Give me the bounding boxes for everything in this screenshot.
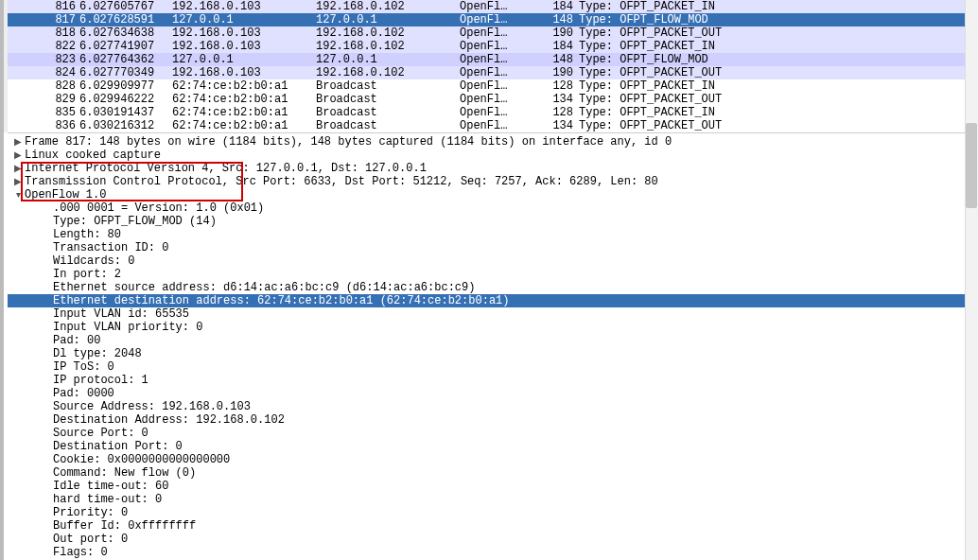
spacer	[40, 400, 53, 413]
packet-list[interactable]: 8166.027605767192.168.0.103192.168.0.102…	[8, 0, 978, 133]
openflow-field-text: Dl type: 2048	[53, 347, 142, 360]
openflow-field-text: Out port: 0	[53, 533, 128, 546]
openflow-field[interactable]: Input VLAN priority: 0	[8, 321, 978, 334]
spacer	[40, 493, 53, 506]
packet-time: 6.027770349	[79, 66, 172, 79]
packet-length: 134	[539, 93, 579, 106]
spacer	[40, 453, 53, 466]
openflow-field[interactable]: Ethernet destination address: 62:74:ce:b…	[8, 294, 978, 307]
openflow-field[interactable]: Flags: 0	[8, 546, 978, 559]
packet-time: 6.027634638	[79, 26, 172, 40]
openflow-field[interactable]: Destination Address: 192.168.0.102	[8, 413, 978, 427]
spacer	[40, 307, 53, 321]
openflow-field[interactable]: Wildcards: 0	[8, 254, 978, 268]
expand-icon[interactable]: ▶	[11, 135, 25, 149]
openflow-field[interactable]: Dl type: 2048	[8, 347, 978, 360]
expand-icon[interactable]: ▶	[11, 149, 25, 162]
packet-row[interactable]: 8186.027634638192.168.0.103192.168.0.102…	[8, 26, 978, 40]
openflow-field-text: Length: 80	[53, 228, 121, 241]
spacer	[40, 374, 53, 387]
openflow-field[interactable]: Buffer Id: 0xffffffff	[8, 519, 978, 533]
tree-frame[interactable]: ▶Frame 817: 148 bytes on wire (1184 bits…	[8, 135, 978, 149]
openflow-field-text: Ethernet source address: d6:14:ac:a6:bc:…	[53, 281, 475, 294]
openflow-field-text: IP protocol: 1	[53, 374, 148, 387]
expand-icon[interactable]: ▶	[11, 175, 25, 188]
openflow-field[interactable]: Pad: 00	[8, 334, 978, 347]
packet-mark	[8, 106, 28, 119]
openflow-field[interactable]: Command: New flow (0)	[8, 466, 978, 480]
openflow-field[interactable]: Type: OFPT_FLOW_MOD (14)	[8, 215, 978, 228]
packet-time: 6.030191437	[79, 106, 172, 119]
tree-linux-cooked[interactable]: ▶Linux cooked capture	[8, 149, 978, 162]
packet-row[interactable]: 8226.027741907192.168.0.103192.168.0.102…	[8, 40, 978, 53]
openflow-field-text: Idle time-out: 60	[53, 480, 168, 493]
spacer	[40, 321, 53, 334]
spacer	[40, 427, 53, 440]
expand-icon[interactable]: ▶	[11, 162, 25, 175]
openflow-field[interactable]: Transaction ID: 0	[8, 241, 978, 254]
openflow-field[interactable]: Source Port: 0	[8, 427, 978, 440]
openflow-field[interactable]: In port: 2	[8, 268, 978, 281]
openflow-field[interactable]: Out port: 0	[8, 533, 978, 546]
openflow-field-text: Source Port: 0	[53, 427, 148, 440]
packet-info: Type: OFPT_FLOW_MOD	[579, 53, 978, 66]
packet-row[interactable]: 8236.027764362127.0.0.1127.0.0.1OpenFl…1…	[8, 53, 978, 66]
packet-info: Type: OFPT_FLOW_MOD	[579, 13, 978, 26]
openflow-field-text: Flags: 0	[53, 546, 108, 559]
tree-tcp-label: Transmission Control Protocol, Src Port:…	[25, 175, 658, 188]
packet-time: 6.029946222	[79, 93, 172, 106]
packet-info: Type: OFPT_PACKET_OUT	[579, 93, 978, 106]
packet-src: 62:74:ce:b2:b0:a1	[172, 106, 316, 119]
packet-protocol: OpenFl…	[460, 40, 539, 53]
packet-info: Type: OFPT_PACKET_OUT	[579, 119, 978, 132]
packet-row[interactable]: 8356.03019143762:74:ce:b2:b0:a1Broadcast…	[8, 106, 978, 119]
packet-protocol: OpenFl…	[460, 106, 539, 119]
openflow-field[interactable]: Destination Port: 0	[8, 440, 978, 453]
openflow-field[interactable]: hard time-out: 0	[8, 493, 978, 506]
packet-dst: Broadcast	[316, 93, 460, 106]
packet-no: 816	[28, 0, 79, 13]
packet-dst: 192.168.0.102	[316, 66, 460, 79]
openflow-field[interactable]: Idle time-out: 60	[8, 480, 978, 493]
packet-protocol: OpenFl…	[460, 79, 539, 93]
packet-row[interactable]: 8166.027605767192.168.0.103192.168.0.102…	[8, 0, 978, 13]
openflow-field[interactable]: Source Address: 192.168.0.103	[8, 400, 978, 413]
packet-row[interactable]: 8286.02990997762:74:ce:b2:b0:a1Broadcast…	[8, 79, 978, 93]
openflow-field-text: Pad: 00	[53, 334, 100, 347]
packet-mark	[8, 53, 28, 66]
openflow-field-text: Pad: 0000	[53, 387, 114, 400]
spacer	[40, 334, 53, 347]
packet-row[interactable]: 8366.03021631262:74:ce:b2:b0:a1Broadcast…	[8, 119, 978, 132]
packet-mark	[8, 26, 28, 40]
packet-row[interactable]: 8296.02994622262:74:ce:b2:b0:a1Broadcast…	[8, 93, 978, 106]
packet-row[interactable]: 8246.027770349192.168.0.103192.168.0.102…	[8, 66, 978, 79]
packet-src: 192.168.0.103	[172, 0, 316, 13]
packet-src: 127.0.0.1	[172, 13, 316, 26]
openflow-field[interactable]: Cookie: 0x0000000000000000	[8, 453, 978, 466]
vertical-scrollbar[interactable]	[965, 0, 978, 560]
openflow-field[interactable]: .000 0001 = Version: 1.0 (0x01)	[8, 201, 978, 215]
openflow-field[interactable]: Priority: 0	[8, 506, 978, 519]
openflow-field[interactable]: Input VLAN id: 65535	[8, 307, 978, 321]
packet-length: 148	[539, 53, 579, 66]
openflow-field[interactable]: IP protocol: 1	[8, 374, 978, 387]
packet-time: 6.029909977	[79, 79, 172, 93]
packet-no: 835	[28, 106, 79, 119]
collapse-icon[interactable]: ▾	[11, 188, 25, 201]
openflow-field[interactable]: Pad: 0000	[8, 387, 978, 400]
openflow-field[interactable]: Ethernet source address: d6:14:ac:a6:bc:…	[8, 281, 978, 294]
openflow-field[interactable]: Length: 80	[8, 228, 978, 241]
openflow-field[interactable]: IP ToS: 0	[8, 360, 978, 374]
packet-row[interactable]: 8176.027628591127.0.0.1127.0.0.1OpenFl…1…	[8, 13, 978, 26]
openflow-field-text: Input VLAN priority: 0	[53, 321, 202, 334]
packet-details-tree[interactable]: ▶Frame 817: 148 bytes on wire (1184 bits…	[8, 133, 978, 559]
tree-ip[interactable]: ▶Internet Protocol Version 4, Src: 127.0…	[8, 162, 978, 175]
packet-mark	[8, 119, 28, 132]
scrollbar-thumb[interactable]	[966, 123, 977, 208]
packet-time: 6.027628591	[79, 13, 172, 26]
tree-openflow[interactable]: ▾OpenFlow 1.0	[8, 188, 978, 201]
packet-dst: Broadcast	[316, 119, 460, 132]
tree-tcp[interactable]: ▶Transmission Control Protocol, Src Port…	[8, 175, 978, 188]
packet-info: Type: OFPT_PACKET_IN	[579, 40, 978, 53]
spacer	[40, 215, 53, 228]
